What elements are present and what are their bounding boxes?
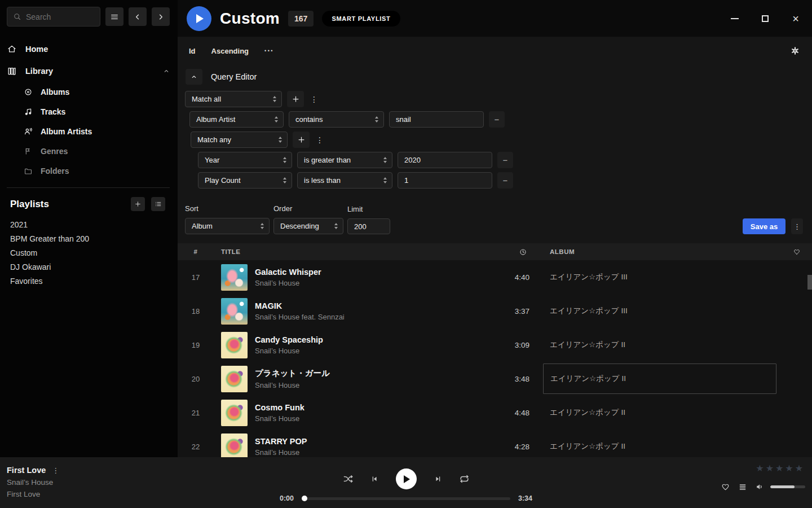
match-type-select[interactable]: Match any (191, 132, 288, 148)
volume-slider[interactable] (770, 485, 805, 488)
track-album-cell[interactable]: エイリアン☆ポップ II (533, 396, 781, 430)
rule-operator-select[interactable]: is less than (297, 172, 392, 189)
search-box[interactable] (7, 7, 100, 27)
next-button[interactable] (434, 475, 442, 483)
save-as-button[interactable]: Save as (743, 218, 785, 234)
play-button[interactable] (396, 468, 417, 489)
play-playlist-button[interactable] (187, 6, 211, 31)
limit-input[interactable] (347, 218, 390, 234)
rule-value-input[interactable] (398, 172, 492, 189)
remove-rule-button[interactable]: − (489, 111, 505, 128)
rule-field-select[interactable]: Year (198, 152, 292, 168)
playlist-item[interactable]: BPM Greater than 200 (10, 231, 170, 246)
maximize-icon (762, 15, 769, 22)
sort-direction-control[interactable]: Ascending (211, 47, 249, 55)
track-text: Cosmo Funk Snail’s House (255, 403, 304, 423)
star-icon[interactable]: ★ (795, 464, 803, 473)
scrollbar-thumb[interactable] (807, 275, 812, 290)
group-menu-button[interactable]: ⋮ (315, 132, 325, 148)
remove-rule-button[interactable]: − (497, 172, 513, 189)
repeat-icon (459, 474, 470, 484)
sidebar-item-albums[interactable]: Albums (24, 82, 170, 102)
search-input[interactable] (26, 12, 94, 21)
playlist-item[interactable]: DJ Okawari (10, 260, 170, 274)
track-album-cell[interactable]: エイリアン☆ポップ II (533, 328, 781, 362)
playlist-list-button[interactable] (151, 197, 165, 211)
nav-forward-button[interactable] (152, 7, 170, 26)
table-header: # TITLE ALBUM (178, 243, 812, 260)
star-icon[interactable]: ★ (785, 464, 793, 473)
flag-icon (24, 147, 33, 156)
nav-back-button[interactable] (129, 7, 147, 26)
group-menu-button[interactable]: ⋮ (309, 91, 319, 107)
table-row[interactable]: 21 Cosmo Funk Snail’s House 4:48 エイリアン☆ポ… (178, 396, 812, 430)
playlist-item[interactable]: Favorites (10, 274, 170, 288)
menu-button[interactable] (105, 7, 123, 26)
more-options-button[interactable]: ••• (264, 48, 274, 54)
column-header-title[interactable]: TITLE (214, 248, 482, 255)
seek-handle[interactable] (302, 496, 307, 501)
rule-operator-select[interactable]: contains (289, 111, 384, 128)
previous-button[interactable] (370, 475, 379, 483)
seek-bar[interactable] (302, 497, 510, 500)
chevron-left-icon (134, 13, 142, 21)
rule-operator-select[interactable]: is greater than (297, 152, 392, 168)
repeat-button[interactable] (459, 474, 470, 484)
track-album-cell[interactable]: エイリアン☆ポップ III (533, 260, 781, 294)
minimize-button[interactable] (726, 10, 743, 27)
sidebar-item-genres[interactable]: Genres (24, 141, 170, 161)
sidebar-item-album-artists[interactable]: Album Artists (24, 121, 170, 141)
column-header-index[interactable]: # (178, 248, 214, 255)
sidebar-item-label: Album Artists (41, 127, 92, 136)
chevron-up-icon[interactable] (163, 68, 170, 75)
rule-field-select[interactable]: Play Count (198, 172, 292, 189)
maximize-button[interactable] (757, 10, 774, 27)
favorite-column-header[interactable] (793, 248, 801, 256)
duration-column-header[interactable] (519, 248, 533, 256)
collapse-query-editor-button[interactable] (186, 69, 202, 85)
table-row[interactable]: 18 MAGIK Snail’s House feat. Sennzai 3:3… (178, 294, 812, 328)
track-album-cell[interactable]: エイリアン☆ポップ III (533, 294, 781, 328)
match-type-select[interactable]: Match all (185, 91, 282, 107)
close-button[interactable]: × (787, 10, 804, 27)
star-icon[interactable]: ★ (766, 464, 774, 473)
settings-button[interactable] (791, 46, 800, 55)
track-album-cell[interactable]: エイリアン☆ポップ II (533, 430, 781, 459)
track-text: Galactic Whisper Snail’s House (255, 268, 321, 287)
favorite-button[interactable] (721, 482, 730, 492)
add-playlist-button[interactable] (131, 197, 145, 211)
table-row[interactable]: 22 STARRY POP Snail’s House 4:28 エイリアン☆ポ… (178, 430, 812, 459)
playlist-item[interactable]: 2021 (10, 217, 170, 231)
table-row[interactable]: 19 Candy Spaceship Snail’s House 3:09 エイ… (178, 328, 812, 362)
sidebar-item-home[interactable]: Home (7, 38, 170, 60)
remove-rule-button[interactable]: − (497, 152, 513, 168)
playlist-item[interactable]: Custom (10, 246, 170, 260)
sidebar-item-folders[interactable]: Folders (24, 161, 170, 181)
sidebar-item-tracks[interactable]: Tracks (24, 102, 170, 121)
table-row[interactable]: 20 プラネット・ガール Snail’s House 3:48 エイリアン☆ポッ… (178, 362, 812, 396)
order-label: Order (273, 204, 343, 213)
queue-button[interactable] (738, 483, 747, 492)
save-menu-button[interactable]: ⋮ (791, 218, 803, 234)
volume-button[interactable] (755, 482, 765, 492)
sort-select[interactable]: Album (185, 218, 270, 234)
playlists-header: Playlists (0, 188, 178, 211)
column-header-album[interactable]: ALBUM (533, 248, 781, 255)
add-rule-button[interactable] (287, 91, 304, 107)
list-controls: Id Ascending ••• (178, 37, 812, 55)
track-title-cell: プラネット・ガール Snail’s House (214, 366, 482, 392)
rule-value-input[interactable] (389, 111, 484, 128)
add-rule-button[interactable] (293, 132, 310, 148)
rule-field-select[interactable]: Album Artist (189, 111, 284, 128)
order-select[interactable]: Descending (273, 218, 343, 234)
sort-field-control[interactable]: Id (189, 47, 196, 55)
track-album-cell-focused[interactable]: エイリアン☆ポップ II (533, 362, 781, 396)
rule-value-input[interactable] (398, 152, 492, 168)
star-icon[interactable]: ★ (756, 464, 764, 473)
sidebar-item-library[interactable]: Library (7, 60, 170, 82)
table-row[interactable]: 17 Galactic Whisper Snail’s House 4:40 エ… (178, 260, 812, 294)
star-icon[interactable]: ★ (775, 464, 783, 473)
shuffle-button[interactable] (343, 474, 354, 484)
query-editor-body: Match all ⋮ Album Artist contains − (185, 91, 812, 189)
updown-icon (383, 157, 387, 163)
